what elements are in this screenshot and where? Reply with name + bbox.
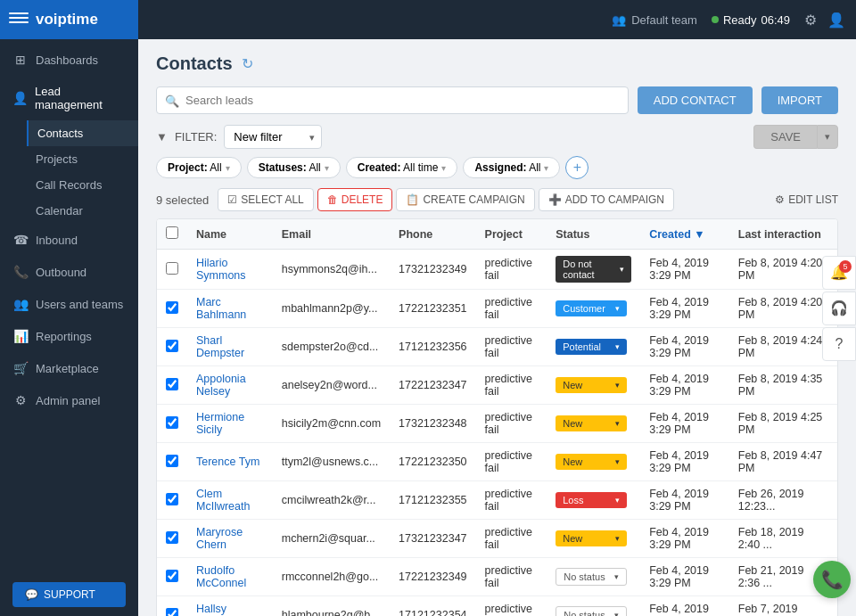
add-to-campaign-button[interactable]: ➕ ADD TO CAMPAIGN [539,188,674,211]
table-row: Maryrose Chern mchern2i@squar... 1732123… [157,520,837,558]
save-caret-button[interactable]: ▾ [817,125,838,149]
row-project-cell: predictive fail [476,290,547,328]
select-all-button[interactable]: ☑ SELECT ALL [218,188,314,211]
statuses-caret: ▾ [325,163,329,173]
search-input[interactable] [156,86,629,114]
sidebar-sub-calendar[interactable]: Calendar [27,198,138,224]
sidebar-sub-call-records[interactable]: Call Records [27,172,138,198]
row-project-cell: predictive fail [476,328,547,366]
import-button[interactable]: IMPORT [761,86,838,114]
row-project-cell: predictive fail [476,366,547,405]
project-filter-chip[interactable]: Project: All ▾ [156,157,242,178]
row-name-cell: Marc Bahlmann [187,290,273,328]
status-caret: ▾ [620,265,624,274]
row-checkbox[interactable] [166,416,178,429]
status-badge[interactable]: No status ▾ [556,606,627,616]
save-button[interactable]: SAVE [753,125,817,149]
status-info: Ready 06:49 [712,13,790,27]
row-last-interaction-cell: Feb 8, 2019 4:47 PM [729,443,837,481]
support-button[interactable]: 💬 SUPPORT [12,582,126,607]
contact-name-link[interactable]: Hilario Symmons [196,257,246,282]
row-checkbox[interactable] [166,493,178,505]
contact-name-link[interactable]: Terence Tym [196,456,259,468]
sidebar-item-marketplace[interactable]: 🛒 Marketplace [0,352,138,384]
table-row: Clem McIlwreath cmcilwreath2k@r... 17121… [157,481,837,520]
status-badge[interactable]: Potential ▾ [556,339,627,355]
status-caret: ▾ [615,496,620,505]
row-checkbox[interactable] [166,531,178,544]
status-badge[interactable]: New ▾ [556,530,627,546]
row-created-cell: Feb 4, 2019 3:29 PM [640,250,729,290]
contact-name-link[interactable]: Clem McIlwreath [196,488,250,513]
row-checkbox[interactable] [166,301,178,314]
hamburger-icon[interactable] [9,12,29,27]
row-checkbox[interactable] [166,340,178,352]
row-project-cell: predictive fall [476,596,547,617]
help-button[interactable]: ? [822,327,856,361]
sidebar-sub-contacts[interactable]: Contacts [27,120,138,146]
contact-name-link[interactable]: Maryrose Chern [196,526,243,551]
sidebar-item-outbound[interactable]: 📞 Outbound [0,256,138,288]
user-icon[interactable]: 👤 [827,12,845,29]
filter-icon: ▼ [156,130,168,144]
contact-name-link[interactable]: Marc Bahlmann [196,296,246,321]
row-checkbox-cell [157,250,187,290]
sidebar-item-inbound[interactable]: ☎ Inbound [0,224,138,256]
created-filter-chip[interactable]: Created: All time ▾ [346,157,458,178]
row-email-cell: hsymmons2q@ih... [273,250,390,290]
notification-button[interactable]: 🔔 5 [822,256,856,290]
selected-count: 9 selected [156,193,209,207]
settings-icon[interactable]: ⚙ [804,12,817,29]
assigned-filter-chip[interactable]: Assigned: All ▾ [463,157,560,178]
status-badge[interactable]: No status ▾ [556,568,627,586]
add-filter-button[interactable]: + [565,156,588,179]
delete-button[interactable]: 🗑 DELETE [317,188,393,211]
row-checkbox[interactable] [166,262,178,275]
select-all-checkbox[interactable] [166,226,178,239]
headset-button[interactable]: 🎧 [822,292,856,325]
sidebar-sub-projects[interactable]: Projects [27,146,138,172]
row-phone-cell: 17321232347 [390,520,475,558]
status-badge[interactable]: New ▾ [556,377,627,393]
row-checkbox[interactable] [166,378,178,390]
status-caret: ▾ [615,534,620,543]
row-checkbox[interactable] [166,608,178,617]
contact-name-link[interactable]: Rudolfo McConnel [196,564,246,589]
row-project-cell: predictive fail [476,558,547,596]
sidebar-item-admin-panel[interactable]: ⚙ Admin panel [0,384,138,416]
status-badge[interactable]: New ▾ [556,454,627,470]
create-campaign-button[interactable]: 📋 CREATE CAMPAIGN [396,188,534,211]
edit-list-label: EDIT LIST [788,193,838,206]
row-status-cell: New ▾ [547,520,640,558]
row-checkbox[interactable] [166,570,178,582]
created-filter-label: Created: All time [358,161,439,174]
refresh-icon[interactable]: ↻ [242,55,253,72]
sidebar-item-reportings[interactable]: 📊 Reportings [0,320,138,352]
statuses-filter-chip[interactable]: Statuses: All ▾ [247,157,341,178]
add-contact-button[interactable]: ADD CONTACT [638,86,753,114]
topbar: 👥 Default team Ready 06:49 ⚙ 👤 [138,0,856,39]
sub-filter-row: Project: All ▾ Statuses: All ▾ Created: … [156,156,838,179]
row-email-cell: hlambourne2g@b... [273,596,390,617]
status-badge[interactable]: New ▾ [556,415,627,431]
phone-button[interactable]: 📞 [813,561,851,598]
filter-select[interactable]: New filter [224,125,322,149]
sidebar-item-users-teams[interactable]: 👥 Users and teams [0,288,138,320]
edit-list-button[interactable]: ⚙ EDIT LIST [775,193,838,206]
contact-name-link[interactable]: Sharl Dempster [196,334,244,359]
contact-name-link[interactable]: Appolonia Nelsey [196,373,246,398]
row-checkbox[interactable] [166,455,178,467]
col-name: Name [187,219,273,250]
support-icon: 💬 [25,588,38,601]
status-badge[interactable]: Do not contact ▾ [556,256,631,283]
contact-name-link[interactable]: Hermione Sicily [196,411,244,436]
inbound-icon: ☎ [12,233,29,247]
status-badge[interactable]: Loss ▾ [556,492,627,508]
sidebar-item-lead-management[interactable]: 👤 Lead management [0,76,138,120]
row-last-interaction-cell: Feb 8, 2019 4:35 PM [729,366,837,405]
status-badge[interactable]: Customer ▾ [556,300,627,316]
contact-name-link[interactable]: Hallsy Lambourne [196,603,252,616]
row-last-interaction-cell: Feb 7, 2019 12:40 ... [729,596,837,617]
col-created[interactable]: Created ▼ [640,219,729,250]
sidebar-item-dashboards[interactable]: ⊞ Dashboards [0,44,138,76]
